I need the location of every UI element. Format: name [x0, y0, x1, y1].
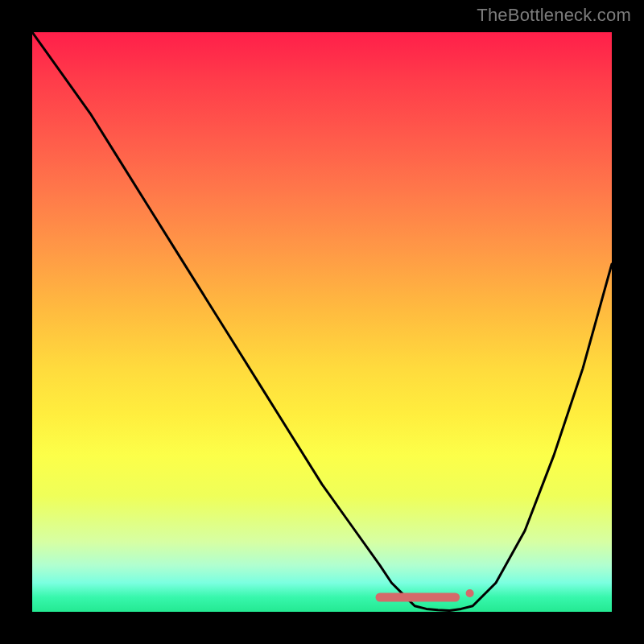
plot-area: [32, 32, 612, 612]
plot-overlay: [32, 32, 612, 612]
right-dot: [466, 589, 474, 597]
series-curve: [32, 32, 612, 611]
attribution-label: TheBottleneck.com: [477, 5, 631, 26]
chart-frame: TheBottleneck.com: [0, 0, 644, 644]
